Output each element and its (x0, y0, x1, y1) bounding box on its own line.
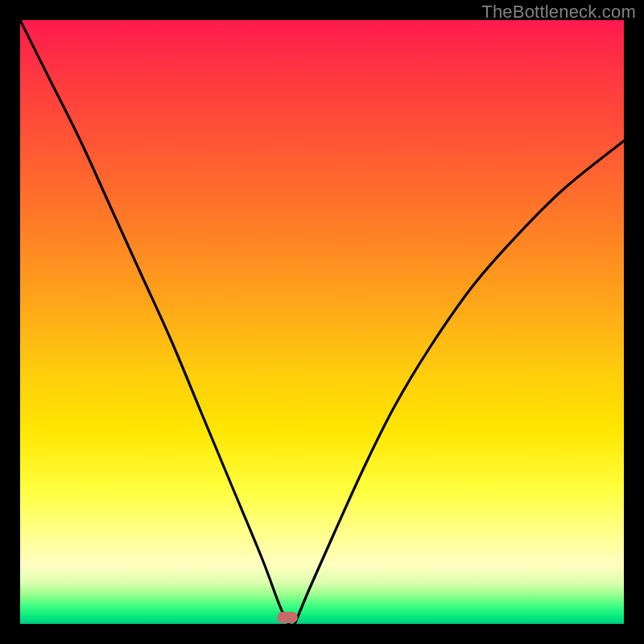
chart-frame: TheBottleneck.com (0, 0, 644, 644)
plot-area (20, 20, 624, 624)
optimum-marker (277, 612, 298, 623)
bottleneck-curve (20, 20, 624, 624)
